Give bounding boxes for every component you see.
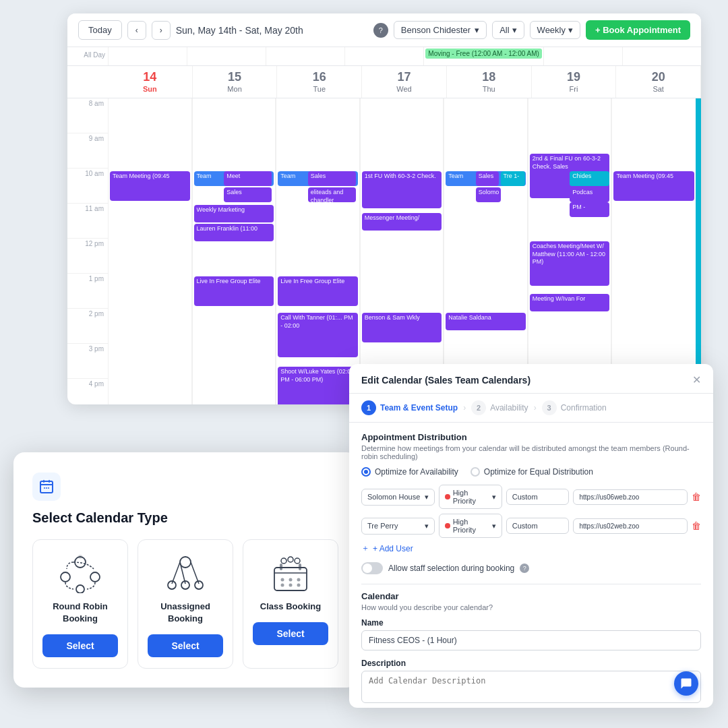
allday-tue <box>266 47 344 65</box>
book-appointment-button[interactable]: + Book Appointment <box>586 20 690 40</box>
booking-types-list: Round Robin Booking Select Unassigned Bo… <box>32 539 338 669</box>
custom-2-select[interactable]: Custom <box>506 518 570 534</box>
round-robin-icon <box>57 553 104 594</box>
trash-2-button[interactable]: 🗑 <box>692 520 701 531</box>
optimize-equal-label: Optimize for Equal Distribution <box>484 467 593 477</box>
priority-dot-1 <box>445 494 450 499</box>
time-11am: 11 am <box>67 204 108 239</box>
day-header-wed: 17 Wed <box>362 66 447 98</box>
trash-1-button[interactable]: 🗑 <box>692 491 701 502</box>
view-all-dropdown[interactable]: All ▾ <box>492 21 524 39</box>
modal-icon <box>32 473 61 501</box>
add-user-button[interactable]: ＋ + Add User <box>361 543 413 554</box>
event-fri-coaches-meeting[interactable]: Coaches Meeting/Meet W/ Matthew (11:00 A… <box>530 241 610 286</box>
help-button[interactable]: ? <box>373 23 388 38</box>
help-tooltip-icon[interactable]: ? <box>520 564 529 573</box>
event-fri-meeting-ivan[interactable]: Meeting W/Ivan For <box>530 294 610 311</box>
event-thu-natalie[interactable]: Natalie Saldana <box>446 313 526 330</box>
event-wed-benson-sam[interactable]: Benson & Sam Wkly <box>362 313 442 342</box>
day-name-wed: Wed <box>396 85 411 93</box>
team-row-1: Solomon House ▾ High Priority ▾ Custom h… <box>361 485 701 509</box>
svg-point-4 <box>46 487 47 489</box>
priority-1-select[interactable]: High Priority ▾ <box>439 485 502 509</box>
round-robin-label: Round Robin Booking <box>42 601 118 625</box>
event-mon-meet[interactable]: Meet <box>224 171 272 186</box>
team-member-1-select[interactable]: Solomon House ▾ <box>361 489 435 506</box>
svg-point-25 <box>288 557 293 562</box>
unassigned-label: Unassigned Booking <box>148 601 223 625</box>
svg-point-5 <box>48 487 49 489</box>
svg-point-3 <box>44 487 45 489</box>
toggle-knob <box>363 564 372 573</box>
day-num-sat: 20 <box>621 70 695 84</box>
calendar-section-sub: How would you describe your calendar? <box>361 603 701 611</box>
event-wed-messenger[interactable]: Messenger Meeting/ <box>362 213 442 231</box>
event-mon-sales[interactable]: Sales <box>224 187 272 202</box>
custom-1-select[interactable]: Custom <box>506 489 570 505</box>
user-filter-dropdown[interactable]: Benson Chidester ▾ <box>394 21 487 39</box>
step-1[interactable]: 1 Team & Event Setup <box>361 400 458 415</box>
days-header: 14 Sun 15 Mon 16 Tue 17 Wed 18 Thu 19 Fr… <box>67 66 701 98</box>
team-member-2-select[interactable]: Tre Perry ▾ <box>361 518 435 535</box>
event-mon-live-in[interactable]: Live In Free Group Elite <box>194 276 274 306</box>
step-1-num: 1 <box>361 400 376 415</box>
event-tue-eliteads[interactable]: eliteads and chandler <box>308 187 356 202</box>
step-2[interactable]: 2 Availability <box>471 400 528 415</box>
step-3-label: Confirmation <box>561 403 607 413</box>
day-col-wed: 1st FU With 60-3-2 Check. Messenger Meet… <box>360 98 444 404</box>
day-num-fri: 19 <box>537 70 611 84</box>
today-button[interactable]: Today <box>78 20 122 40</box>
appt-dist-sub: Determine how meetings from your calenda… <box>361 444 701 460</box>
staff-selection-toggle[interactable] <box>361 562 383 574</box>
close-icon[interactable]: ✕ <box>692 373 701 386</box>
svg-rect-16 <box>280 564 282 570</box>
divider-1 <box>361 584 701 584</box>
event-thu-tre[interactable]: Tre 1- <box>501 171 526 186</box>
event-mon-lauren[interactable]: Lauren Franklin (11:00 <box>194 224 274 241</box>
optimize-equal-option[interactable]: Optimize for Equal Distribution <box>471 467 593 477</box>
edit-header: Edit Calendar (Sales Team Calendars) ✕ <box>349 364 713 394</box>
time-1pm: 1 pm <box>67 274 108 309</box>
event-mon-weekly[interactable]: Weekly Marketing <box>194 205 274 222</box>
svg-rect-1 <box>43 480 44 483</box>
steps-bar: 1 Team & Event Setup › 2 Availability › … <box>349 394 713 423</box>
optimize-availability-option[interactable]: Optimize for Availability <box>361 467 458 477</box>
round-robin-select-button[interactable]: Select <box>42 634 118 657</box>
event-tue-sales[interactable]: Sales <box>308 171 356 186</box>
event-tue-live-in[interactable]: Live In Free Group Elite <box>278 276 358 306</box>
day-num-tue: 16 <box>282 70 356 84</box>
day-name-sun: Sun <box>143 85 157 93</box>
chevron-down-icon: ▾ <box>475 25 479 35</box>
event-fri-pm[interactable]: PM - <box>570 202 609 217</box>
chat-button[interactable] <box>674 671 698 696</box>
calendar-section-title: Calendar <box>361 591 701 601</box>
day-num-wed: 17 <box>367 70 441 84</box>
day-col-thu: Team Sales Tre 1- Solomo Natalie Saldana… <box>444 98 528 404</box>
event-fri-chides[interactable]: Chides <box>570 171 609 186</box>
allow-staff-label: Allow staff selection during booking <box>388 564 514 573</box>
step-sep-1: › <box>463 403 466 413</box>
event-sun-team-meeting[interactable]: Team Meeting (09:45 <box>110 171 190 201</box>
event-tue-shoot-luke[interactable]: Shoot W/Luke Yates (02:00 PM - 06:00 PM) <box>278 367 358 404</box>
description-textarea[interactable] <box>361 671 701 703</box>
event-sat-team-meeting[interactable]: Team Meeting (09:45 <box>613 171 694 201</box>
class-select-button[interactable]: Select <box>253 622 328 645</box>
event-fri-podcas[interactable]: Podcas <box>570 187 609 202</box>
chevron-down-icon2: ▾ <box>512 25 517 35</box>
event-thu-sales[interactable]: Sales <box>476 171 499 186</box>
event-tue-call-tanner[interactable]: Call With Tanner (01:... PM - 02:00 <box>278 313 358 357</box>
unassigned-select-button[interactable]: Select <box>148 634 223 657</box>
step-3[interactable]: 3 Confirmation <box>542 400 607 415</box>
prev-nav-button[interactable]: ‹ <box>127 21 146 40</box>
url-2-field: https://us02web.zoo <box>573 518 688 534</box>
allday-event[interactable]: Moving - Free (12:00 AM - 12:00 AM) <box>425 49 542 59</box>
priority-2-select[interactable]: High Priority ▾ <box>439 514 502 538</box>
view-mode-dropdown[interactable]: Weekly ▾ <box>530 21 580 39</box>
svg-rect-2 <box>49 480 50 483</box>
calendar-name-input[interactable] <box>361 630 701 650</box>
radio-dot-availability <box>361 467 371 477</box>
next-nav-button[interactable]: › <box>152 21 171 40</box>
round-robin-card: Round Robin Booking Select <box>32 539 128 669</box>
event-thu-solom[interactable]: Solomo <box>476 187 501 202</box>
event-wed-1st-fu[interactable]: 1st FU With 60-3-2 Check. <box>362 171 442 208</box>
